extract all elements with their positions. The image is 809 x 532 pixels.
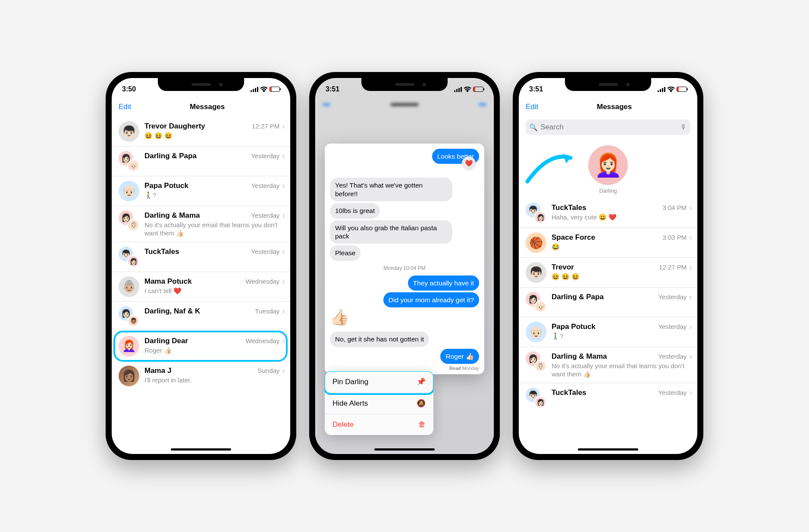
notch [361, 78, 448, 91]
svg-rect-7 [458, 88, 460, 92]
status-time: 3:51 [326, 85, 339, 93]
status-time: 3:50 [122, 85, 136, 93]
row-time: 12:27 PM [252, 122, 279, 130]
search-input[interactable] [540, 123, 677, 131]
conversation-row[interactable]: 🏀 Space Force3:03 PM›😂 [519, 228, 697, 258]
page-title: Messages [190, 103, 225, 111]
delete-conversation-button[interactable]: Delete 🗑 [325, 414, 433, 435]
nav-bar: Edit Messages [112, 97, 290, 117]
pin-conversation-button[interactable]: Pin Darling 📌 [325, 371, 433, 393]
edit-button[interactable]: Edit [526, 103, 538, 111]
svg-rect-6 [456, 89, 458, 92]
row-time: 12:27 PM [659, 263, 687, 271]
phone-messages-list: 3:50 Edit Messages 👦🏻 Trevor Daugherty12… [106, 72, 296, 460]
conversation-row[interactable]: 👩🏻👨🏽 Darling, Naf & KTuesday› [112, 302, 290, 332]
contact-name: Darling & Mama [144, 211, 200, 220]
contact-name: TuckTales [144, 247, 179, 256]
notch [565, 78, 651, 91]
conversation-row[interactable]: 👩🏻👴🏻 Darling & PapaYesterday› [112, 147, 290, 176]
home-indicator[interactable] [374, 448, 435, 451]
conversation-row-highlighted[interactable]: 👩🏻‍🦰 Darling DearWednesday› Roger 👍🏻 [112, 332, 290, 361]
status-time: 3:51 [529, 85, 543, 93]
conversation-row[interactable]: 👩🏻👵🏻 Darling & MamaYesterday› No it's ac… [112, 206, 290, 242]
row-time: Yesterday [251, 248, 279, 255]
avatar: 👦🏻👩🏻 [526, 203, 546, 223]
conversation-row[interactable]: 👩🏽 Mama JSunday› I'll report in later. [112, 361, 290, 391]
conversation-row[interactable]: 👦🏻👩🏻 TuckTalesYesterday› [112, 242, 290, 272]
conversation-row[interactable]: 👴🏻 Papa PotuckYesterday›🚶‍♂️? [519, 317, 697, 347]
mic-icon[interactable]: 🎙 [680, 123, 687, 131]
message-preview: I can't tell ❤️ [144, 287, 285, 295]
conversation-row[interactable]: 👦🏻 Trevor12:27 PM›😆 😆 😆 [519, 258, 697, 288]
avatar: 🏀 [526, 232, 546, 253]
svg-rect-8 [461, 87, 462, 92]
signal-icon [251, 87, 258, 92]
received-bubble: Will you also grab the Italian pasta pac… [330, 220, 452, 244]
conversation-row[interactable]: 👩🏻👵🏻 Darling & MamaYesterday›No it's act… [519, 347, 697, 383]
contact-name: Trevor [552, 263, 574, 272]
svg-rect-11 [662, 88, 663, 92]
message-preview: 🚶‍♂️? [144, 191, 285, 200]
avatar: 👩🏻👨🏽 [119, 306, 139, 327]
chevron-right-icon: › [282, 247, 285, 257]
row-time: Yesterday [658, 353, 687, 360]
chevron-right-icon: › [689, 322, 692, 332]
received-bubble: Yes! That's what we've gotten before!! [330, 178, 452, 201]
row-time: Tuesday [255, 307, 279, 315]
edit-button[interactable]: Edit [119, 103, 131, 111]
pin-label: Pin Darling [332, 378, 368, 386]
received-bubble: Please [330, 245, 361, 260]
message-preview: 🚶‍♂️? [552, 332, 692, 341]
pin-icon: 📌 [417, 377, 426, 386]
conversation-row[interactable]: 👦🏻👩🏻 TuckTalesYesterday› [519, 383, 697, 413]
message-preview: 😂 [552, 243, 692, 251]
home-indicator[interactable] [171, 448, 231, 451]
conversation-row[interactable]: 👴🏻 Papa PotuckYesterday› 🚶‍♂️? [112, 176, 290, 206]
received-bubble: 10lbs is great [330, 203, 380, 218]
chevron-right-icon: › [689, 351, 692, 361]
row-time: 3:04 PM [662, 204, 687, 211]
conversation-row[interactable]: 👩🏻👴🏻 Darling & PapaYesterday› [519, 288, 697, 317]
read-receipt: Read Read MondayMonday [330, 365, 479, 371]
avatar: 👦🏻👩🏻 [119, 247, 139, 267]
search-icon: 🔍 [529, 123, 538, 131]
home-indicator[interactable] [578, 448, 638, 451]
chevron-right-icon: › [689, 262, 692, 272]
tapback-heart-icon: ❤️ [462, 156, 476, 170]
notch [158, 78, 244, 91]
contact-name: TuckTales [552, 203, 586, 212]
chevron-right-icon: › [689, 292, 692, 302]
chevron-right-icon: › [689, 203, 692, 213]
message-preview: No it's actually your email that learns … [144, 221, 285, 238]
avatar: 👦🏻👩🏻 [526, 388, 546, 408]
svg-rect-10 [660, 89, 661, 92]
chevron-right-icon: › [282, 210, 285, 220]
pinned-avatar: 👩🏻‍🦰 [588, 145, 628, 185]
row-time: Yesterday [251, 182, 279, 189]
conversation-list[interactable]: 👦🏻👩🏻 TuckTales3:04 PM›Haha, very cute 😄 … [519, 198, 697, 413]
hide-alerts-label: Hide Alerts [332, 399, 368, 408]
hide-alerts-button[interactable]: Hide Alerts 🔕 [325, 393, 433, 414]
phone-context-menu: ▬▬▬▬▬▬ 3:51 Looks better ❤️ Yes! That's … [309, 72, 500, 460]
message-preview: Roger 👍🏻 [144, 347, 285, 355]
row-time: Yesterday [251, 152, 279, 160]
search-field[interactable]: 🔍 🎙 [526, 119, 690, 135]
wifi-icon [464, 87, 471, 92]
pinned-contact[interactable]: 👩🏻‍🦰 Darling [588, 145, 628, 194]
avatar: 👴🏻 [526, 322, 546, 342]
row-time: Yesterday [658, 323, 687, 330]
contact-name: Darling Dear [144, 337, 188, 345]
avatar: 👵🏼 [119, 276, 139, 297]
sent-bubble: Roger 👍🏻 [440, 349, 479, 364]
conversation-row[interactable]: 👦🏻👩🏻 TuckTales3:04 PM›Haha, very cute 😄 … [519, 198, 697, 228]
annotation-arrow-icon [523, 147, 579, 186]
contact-name: Darling & Papa [552, 293, 604, 301]
avatar: 👴🏻 [119, 181, 139, 201]
contact-name: Darling & Mama [552, 352, 607, 361]
conversation-row[interactable]: 👦🏻 Trevor Daugherty12:27 PM› 😆 😆 😆 [112, 117, 290, 147]
conversation-row[interactable]: 👵🏼 Mama PotuckWednesday› I can't tell ❤️ [112, 272, 290, 302]
row-time: Wednesday [245, 337, 279, 344]
contact-name: Mama Potuck [144, 277, 192, 286]
conversation-preview-card[interactable]: Looks better ❤️ Yes! That's what we've g… [325, 144, 484, 374]
conversation-list[interactable]: 👦🏻 Trevor Daugherty12:27 PM› 😆 😆 😆 👩🏻👴🏻 … [112, 117, 290, 391]
